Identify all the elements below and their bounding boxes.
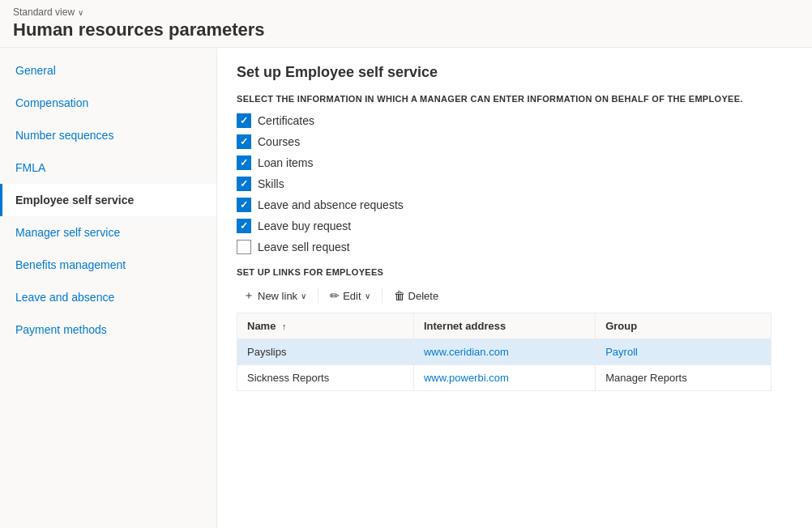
- checkbox-row-leave-absence-requests: Leave and absence requests: [237, 198, 793, 212]
- checkbox-row-courses: Courses: [237, 134, 793, 149]
- instruction-text: SELECT THE INFORMATION IN WHICH A MANAGE…: [237, 94, 793, 104]
- delete-button[interactable]: 🗑 Delete: [387, 286, 446, 305]
- page-wrapper: Standard view ∨ Human resources paramete…: [0, 0, 812, 528]
- sidebar-item-compensation[interactable]: Compensation: [0, 87, 216, 119]
- col-internet-address: Internet address: [413, 313, 595, 339]
- checkbox-label-certificates: Certificates: [258, 114, 314, 127]
- sidebar-item-employee-self-service[interactable]: Employee self service: [0, 184, 216, 216]
- checkbox-skills[interactable]: [237, 177, 251, 191]
- page-title: Human resources parameters: [13, 19, 799, 40]
- checkbox-leave-absence-requests[interactable]: [237, 198, 251, 212]
- toolbar-separator-1: [318, 287, 318, 304]
- checkbox-row-leave-sell-request: Leave sell request: [237, 240, 793, 254]
- table-row[interactable]: Sickness Reportswww.powerbi.comManager R…: [237, 365, 771, 391]
- edit-icon: ✏: [330, 289, 340, 302]
- col-name: Name ↑: [237, 313, 414, 339]
- links-table: Name ↑ Internet address Group Payslipsww…: [237, 313, 771, 391]
- standard-view-selector[interactable]: Standard view ∨: [13, 6, 799, 18]
- sidebar-item-manager-self-service[interactable]: Manager self service: [0, 216, 216, 249]
- table-header: Name ↑ Internet address Group: [237, 313, 771, 339]
- sort-arrow-icon: ↑: [282, 321, 287, 331]
- table-cell-internet-address[interactable]: www.ceridian.com: [413, 339, 595, 365]
- checkbox-courses[interactable]: [237, 134, 251, 149]
- table-body: Payslipswww.ceridian.comPayrollSickness …: [237, 339, 771, 391]
- new-link-button[interactable]: ＋ New link ∨: [237, 285, 313, 306]
- checkbox-leave-sell-request[interactable]: [237, 240, 251, 254]
- table-row[interactable]: Payslipswww.ceridian.comPayroll: [237, 339, 771, 365]
- col-internet-address-label: Internet address: [424, 320, 506, 332]
- table-header-row: Name ↑ Internet address Group: [237, 313, 771, 339]
- sidebar-item-number-sequences[interactable]: Number sequences: [0, 119, 216, 151]
- page-header: Standard view ∨ Human resources paramete…: [0, 0, 812, 47]
- sidebar-item-general[interactable]: General: [0, 54, 216, 87]
- sidebar-item-leave-and-absence[interactable]: Leave and absence: [0, 281, 216, 313]
- new-link-label: New link: [258, 290, 297, 302]
- section-title: Set up Employee self service: [237, 64, 793, 81]
- table-cell-group: Payroll: [596, 339, 771, 365]
- delete-label: Delete: [408, 290, 439, 302]
- checkbox-certificates[interactable]: [237, 113, 251, 128]
- col-group: Group: [596, 313, 771, 339]
- toolbar-separator-2: [382, 287, 382, 304]
- table-cell-name: Sickness Reports: [237, 365, 414, 391]
- toolbar: ＋ New link ∨ ✏ Edit ∨ 🗑 Delete: [237, 285, 793, 306]
- checkbox-row-leave-buy-request: Leave buy request: [237, 219, 793, 233]
- sidebar-item-benefits-management[interactable]: Benefits management: [0, 249, 216, 281]
- checkbox-label-skills: Skills: [258, 177, 284, 190]
- checkbox-group: CertificatesCoursesLoan itemsSkillsLeave…: [237, 113, 793, 254]
- new-link-chevron-icon: ∨: [301, 292, 306, 300]
- plus-icon: ＋: [243, 288, 254, 303]
- checkbox-row-skills: Skills: [237, 177, 793, 191]
- table-cell-internet-address[interactable]: www.powerbi.com: [413, 365, 595, 391]
- checkbox-loan-items[interactable]: [237, 155, 251, 170]
- table-cell-group: Manager Reports: [596, 365, 771, 391]
- edit-chevron-icon: ∨: [365, 292, 370, 300]
- checkbox-label-leave-buy-request: Leave buy request: [258, 219, 351, 232]
- sidebar-item-payment-methods[interactable]: Payment methods: [0, 313, 216, 346]
- checkbox-label-leave-sell-request: Leave sell request: [258, 241, 350, 253]
- delete-icon: 🗑: [394, 289, 405, 302]
- checkbox-label-leave-absence-requests: Leave and absence requests: [258, 198, 404, 211]
- checkbox-label-courses: Courses: [258, 135, 300, 148]
- chevron-down-icon: ∨: [78, 8, 83, 17]
- sidebar: GeneralCompensationNumber sequencesFMLAE…: [0, 48, 217, 528]
- links-section-title: SET UP LINKS FOR EMPLOYEES: [237, 267, 793, 277]
- col-name-label: Name: [247, 320, 276, 332]
- checkbox-label-loan-items: Loan items: [258, 156, 313, 169]
- content-area: Set up Employee self service SELECT THE …: [217, 48, 812, 528]
- checkbox-leave-buy-request[interactable]: [237, 219, 251, 233]
- main-content: GeneralCompensationNumber sequencesFMLAE…: [0, 47, 812, 528]
- col-group-label: Group: [605, 320, 637, 332]
- standard-view-label: Standard view: [13, 6, 75, 18]
- sidebar-item-fmla[interactable]: FMLA: [0, 151, 216, 184]
- checkbox-row-certificates: Certificates: [237, 113, 793, 128]
- checkbox-row-loan-items: Loan items: [237, 155, 793, 170]
- edit-button[interactable]: ✏ Edit ∨: [323, 286, 376, 305]
- edit-label: Edit: [343, 290, 361, 302]
- table-cell-name: Payslips: [237, 339, 414, 365]
